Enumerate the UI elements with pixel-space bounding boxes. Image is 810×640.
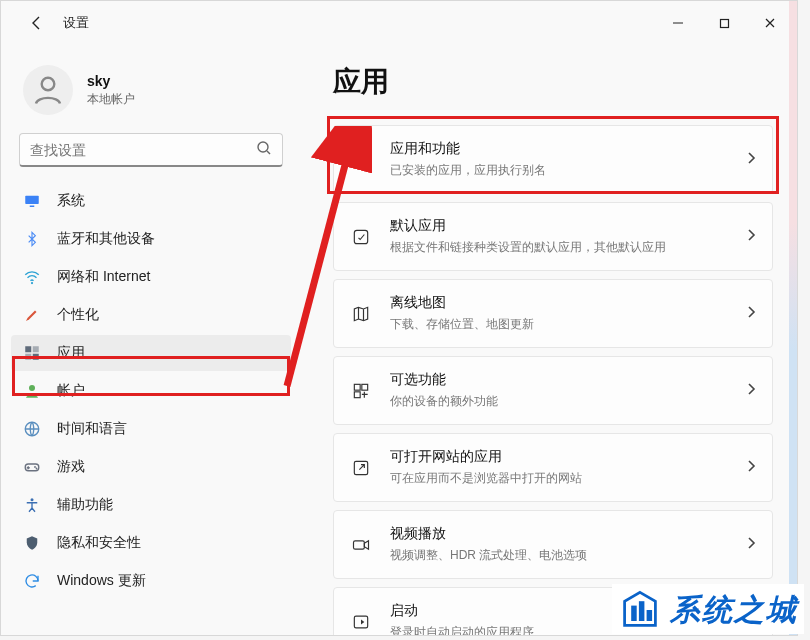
sidebar-item-label: 系统: [57, 192, 85, 210]
sidebar-item-label: 网络和 Internet: [57, 268, 150, 286]
settings-card-offline-maps[interactable]: 离线地图下载、存储位置、地图更新: [333, 279, 773, 348]
main-content: 应用 应用和功能已安装的应用，应用执行别名默认应用根据文件和链接种类设置的默认应…: [301, 45, 797, 635]
card-sub: 下载、存储位置、地图更新: [390, 316, 746, 333]
svg-rect-1: [720, 19, 728, 27]
card-title: 可选功能: [390, 371, 746, 389]
card-sub: 你的设备的额外功能: [390, 393, 746, 410]
card-sub: 视频调整、HDR 流式处理、电池选项: [390, 547, 746, 564]
minimize-button[interactable]: [655, 7, 701, 39]
sidebar-item-accessibility[interactable]: 辅助功能: [11, 487, 291, 523]
window-title: 设置: [63, 14, 89, 32]
apps-icon: [23, 344, 41, 362]
user-sub: 本地帐户: [87, 91, 135, 108]
svg-rect-6: [30, 206, 35, 208]
svg-rect-29: [639, 601, 645, 621]
watermark-logo-icon: [618, 588, 662, 632]
sidebar-item-apps[interactable]: 应用: [11, 335, 291, 371]
chevron-right-icon: [746, 536, 756, 554]
user-name: sky: [87, 73, 135, 89]
search-icon: [256, 140, 272, 160]
card-title: 应用和功能: [390, 140, 746, 158]
default-icon: [350, 226, 372, 248]
svg-rect-23: [362, 384, 368, 390]
maximize-button[interactable]: [701, 7, 747, 39]
sidebar-item-gaming[interactable]: 游戏: [11, 449, 291, 485]
sidebar-item-label: 隐私和安全性: [57, 534, 141, 552]
card-sub: 根据文件和链接种类设置的默认应用，其他默认应用: [390, 239, 746, 256]
access-icon: [23, 496, 41, 514]
grid-icon: [350, 380, 372, 402]
svg-point-2: [42, 78, 55, 91]
wifi-icon: [23, 268, 41, 286]
svg-point-19: [353, 159, 355, 161]
sidebar-item-update[interactable]: Windows 更新: [11, 563, 291, 599]
sidebar-item-label: 帐户: [57, 382, 85, 400]
watermark-text: 系统之城: [670, 590, 798, 631]
chevron-right-icon: [746, 228, 756, 246]
back-button[interactable]: [21, 7, 53, 39]
card-sub: 可在应用而不是浏览器中打开的网站: [390, 470, 746, 487]
map-icon: [350, 303, 372, 325]
svg-rect-28: [631, 606, 637, 621]
settings-card-optional[interactable]: 可选功能你的设备的额外功能: [333, 356, 773, 425]
search-box[interactable]: [19, 133, 283, 167]
card-title: 默认应用: [390, 217, 746, 235]
sidebar-item-label: 应用: [57, 344, 85, 362]
update-icon: [23, 572, 41, 590]
sidebar-item-label: 时间和语言: [57, 420, 127, 438]
monitor-icon: [23, 192, 41, 210]
card-sub: 已安装的应用，应用执行别名: [390, 162, 746, 179]
sidebar-item-network[interactable]: 网络和 Internet: [11, 259, 291, 295]
svg-rect-24: [354, 391, 360, 397]
sidebar-item-label: 蓝牙和其他设备: [57, 230, 155, 248]
sidebar-item-privacy[interactable]: 隐私和安全性: [11, 525, 291, 561]
svg-rect-30: [647, 610, 653, 621]
person-icon: [23, 382, 41, 400]
svg-point-7: [31, 282, 33, 284]
card-title: 视频播放: [390, 525, 746, 543]
bluetooth-icon: [23, 230, 41, 248]
card-title: 离线地图: [390, 294, 746, 312]
svg-rect-26: [354, 540, 365, 548]
svg-point-15: [34, 466, 36, 468]
list-icon: [350, 149, 372, 171]
search-input[interactable]: [30, 142, 256, 158]
svg-rect-5: [25, 196, 39, 204]
svg-point-17: [31, 498, 34, 501]
settings-card-default-apps[interactable]: 默认应用根据文件和链接种类设置的默认应用，其他默认应用: [333, 202, 773, 271]
card-title: 可打开网站的应用: [390, 448, 746, 466]
svg-point-3: [258, 142, 268, 152]
sidebar-item-label: Windows 更新: [57, 572, 146, 590]
startup-icon: [350, 611, 372, 633]
sidebar: sky 本地帐户 系统蓝牙和其他设备网络和 Internet个性化应用帐户时间和…: [1, 45, 301, 635]
gamepad-icon: [23, 458, 41, 476]
svg-point-12: [29, 385, 35, 391]
sidebar-item-accounts[interactable]: 帐户: [11, 373, 291, 409]
sidebar-item-system[interactable]: 系统: [11, 183, 291, 219]
svg-point-16: [36, 468, 38, 470]
user-block[interactable]: sky 本地帐户: [1, 57, 301, 133]
settings-card-apps-features[interactable]: 应用和功能已安装的应用，应用执行别名: [333, 125, 773, 194]
chevron-right-icon: [746, 305, 756, 323]
sidebar-item-personalize[interactable]: 个性化: [11, 297, 291, 333]
chevron-right-icon: [746, 382, 756, 400]
sidebar-item-label: 游戏: [57, 458, 85, 476]
settings-card-video[interactable]: 视频播放视频调整、HDR 流式处理、电池选项: [333, 510, 773, 579]
edge-decoration: [789, 1, 797, 635]
video-icon: [350, 534, 372, 556]
sidebar-item-time[interactable]: 时间和语言: [11, 411, 291, 447]
page-title: 应用: [333, 63, 773, 101]
watermark: 系统之城: [612, 584, 804, 634]
chevron-right-icon: [746, 151, 756, 169]
svg-rect-9: [33, 346, 39, 352]
shield-icon: [23, 534, 41, 552]
close-button[interactable]: [747, 7, 793, 39]
svg-rect-8: [25, 346, 31, 352]
svg-rect-10: [25, 354, 31, 360]
sidebar-item-label: 个性化: [57, 306, 99, 324]
avatar: [23, 65, 73, 115]
sidebar-item-bluetooth[interactable]: 蓝牙和其他设备: [11, 221, 291, 257]
settings-card-web-apps[interactable]: 可打开网站的应用可在应用而不是浏览器中打开的网站: [333, 433, 773, 502]
chevron-right-icon: [746, 459, 756, 477]
svg-line-4: [267, 151, 270, 154]
